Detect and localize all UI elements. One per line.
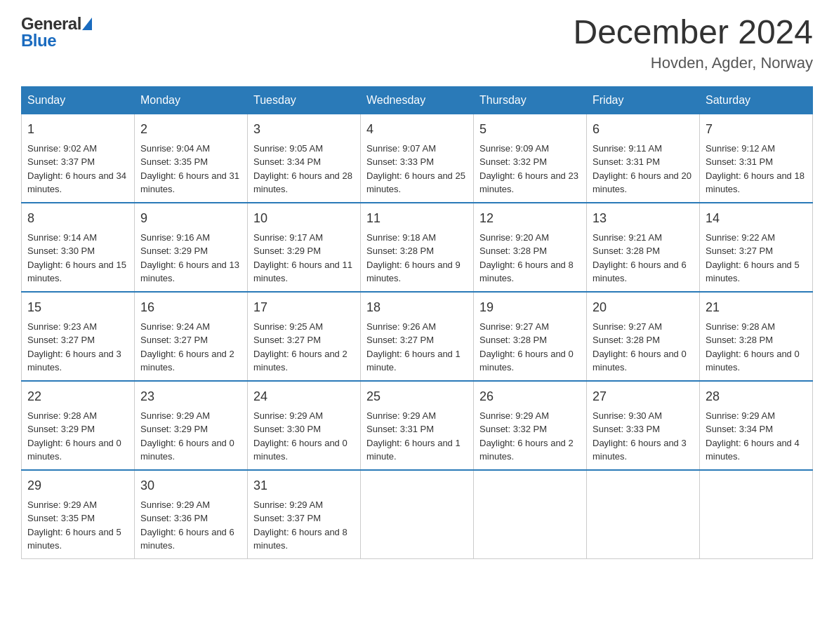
day-number: 15 xyxy=(27,298,128,317)
calendar-cell: 7Sunrise: 9:12 AMSunset: 3:31 PMDaylight… xyxy=(700,114,813,203)
day-number: 9 xyxy=(140,209,241,228)
day-number: 17 xyxy=(253,298,355,317)
column-header-sunday: Sunday xyxy=(22,86,135,114)
column-header-wednesday: Wednesday xyxy=(361,86,474,114)
day-info: Sunrise: 9:30 AMSunset: 3:33 PMDaylight:… xyxy=(593,410,687,462)
calendar-week-row: 1Sunrise: 9:02 AMSunset: 3:37 PMDaylight… xyxy=(22,114,813,203)
day-info: Sunrise: 9:07 AMSunset: 3:33 PMDaylight:… xyxy=(366,143,465,195)
day-info: Sunrise: 9:29 AMSunset: 3:32 PMDaylight:… xyxy=(479,410,574,462)
day-number: 24 xyxy=(253,387,355,406)
calendar-cell xyxy=(587,470,700,559)
column-header-tuesday: Tuesday xyxy=(248,86,361,114)
calendar-week-row: 8Sunrise: 9:14 AMSunset: 3:30 PMDaylight… xyxy=(22,203,813,292)
day-info: Sunrise: 9:29 AMSunset: 3:31 PMDaylight:… xyxy=(366,410,461,462)
day-number: 3 xyxy=(253,120,355,139)
day-info: Sunrise: 9:29 AMSunset: 3:35 PMDaylight:… xyxy=(27,499,121,551)
calendar-cell xyxy=(361,470,474,559)
day-info: Sunrise: 9:21 AMSunset: 3:28 PMDaylight:… xyxy=(593,232,687,284)
calendar-header-row: SundayMondayTuesdayWednesdayThursdayFrid… xyxy=(22,86,813,114)
day-number: 29 xyxy=(27,476,128,495)
calendar-week-row: 22Sunrise: 9:28 AMSunset: 3:29 PMDayligh… xyxy=(22,381,813,470)
calendar-week-row: 29Sunrise: 9:29 AMSunset: 3:35 PMDayligh… xyxy=(22,470,813,559)
day-number: 8 xyxy=(27,209,128,228)
column-header-thursday: Thursday xyxy=(474,86,587,114)
day-number: 31 xyxy=(253,476,355,495)
day-info: Sunrise: 9:02 AMSunset: 3:37 PMDaylight:… xyxy=(27,143,126,195)
title-block: December 2024 Hovden, Agder, Norway xyxy=(573,14,813,72)
day-number: 6 xyxy=(593,120,694,139)
day-number: 26 xyxy=(479,387,581,406)
day-number: 7 xyxy=(706,120,807,139)
day-info: Sunrise: 9:14 AMSunset: 3:30 PMDaylight:… xyxy=(27,232,126,284)
day-info: Sunrise: 9:16 AMSunset: 3:29 PMDaylight:… xyxy=(140,232,239,284)
calendar-cell: 9Sunrise: 9:16 AMSunset: 3:29 PMDaylight… xyxy=(135,203,248,292)
day-info: Sunrise: 9:17 AMSunset: 3:29 PMDaylight:… xyxy=(253,232,352,284)
day-number: 18 xyxy=(366,298,468,317)
calendar-cell: 29Sunrise: 9:29 AMSunset: 3:35 PMDayligh… xyxy=(22,470,135,559)
day-info: Sunrise: 9:05 AMSunset: 3:34 PMDaylight:… xyxy=(253,143,352,195)
calendar-cell: 31Sunrise: 9:29 AMSunset: 3:37 PMDayligh… xyxy=(248,470,361,559)
day-info: Sunrise: 9:18 AMSunset: 3:28 PMDaylight:… xyxy=(366,232,461,284)
logo-blue-text: Blue xyxy=(21,31,56,51)
calendar-cell: 30Sunrise: 9:29 AMSunset: 3:36 PMDayligh… xyxy=(135,470,248,559)
day-info: Sunrise: 9:25 AMSunset: 3:27 PMDaylight:… xyxy=(253,321,348,373)
day-info: Sunrise: 9:04 AMSunset: 3:35 PMDaylight:… xyxy=(140,143,239,195)
calendar-cell: 13Sunrise: 9:21 AMSunset: 3:28 PMDayligh… xyxy=(587,203,700,292)
day-info: Sunrise: 9:28 AMSunset: 3:29 PMDaylight:… xyxy=(27,410,121,462)
calendar-cell: 25Sunrise: 9:29 AMSunset: 3:31 PMDayligh… xyxy=(361,381,474,470)
calendar-cell xyxy=(700,470,813,559)
calendar-cell: 16Sunrise: 9:24 AMSunset: 3:27 PMDayligh… xyxy=(135,292,248,381)
calendar-cell: 19Sunrise: 9:27 AMSunset: 3:28 PMDayligh… xyxy=(474,292,587,381)
day-info: Sunrise: 9:29 AMSunset: 3:34 PMDaylight:… xyxy=(706,410,800,462)
day-number: 12 xyxy=(479,209,581,228)
column-header-friday: Friday xyxy=(587,86,700,114)
logo: General Blue xyxy=(21,14,92,51)
calendar-cell: 23Sunrise: 9:29 AMSunset: 3:29 PMDayligh… xyxy=(135,381,248,470)
day-number: 21 xyxy=(706,298,807,317)
day-number: 22 xyxy=(27,387,128,406)
day-number: 10 xyxy=(253,209,355,228)
calendar-cell xyxy=(474,470,587,559)
day-info: Sunrise: 9:29 AMSunset: 3:29 PMDaylight:… xyxy=(140,410,234,462)
column-header-monday: Monday xyxy=(135,86,248,114)
day-info: Sunrise: 9:09 AMSunset: 3:32 PMDaylight:… xyxy=(479,143,578,195)
day-info: Sunrise: 9:29 AMSunset: 3:36 PMDaylight:… xyxy=(140,499,234,551)
calendar-cell: 4Sunrise: 9:07 AMSunset: 3:33 PMDaylight… xyxy=(361,114,474,203)
page-header: General Blue December 2024 Hovden, Agder… xyxy=(21,14,813,72)
day-number: 19 xyxy=(479,298,581,317)
day-number: 30 xyxy=(140,476,241,495)
calendar-cell: 20Sunrise: 9:27 AMSunset: 3:28 PMDayligh… xyxy=(587,292,700,381)
day-number: 27 xyxy=(593,387,694,406)
calendar-cell: 24Sunrise: 9:29 AMSunset: 3:30 PMDayligh… xyxy=(248,381,361,470)
day-number: 11 xyxy=(366,209,468,228)
column-header-saturday: Saturday xyxy=(700,86,813,114)
calendar-week-row: 15Sunrise: 9:23 AMSunset: 3:27 PMDayligh… xyxy=(22,292,813,381)
calendar-cell: 12Sunrise: 9:20 AMSunset: 3:28 PMDayligh… xyxy=(474,203,587,292)
calendar-cell: 14Sunrise: 9:22 AMSunset: 3:27 PMDayligh… xyxy=(700,203,813,292)
day-number: 25 xyxy=(366,387,468,406)
location-subtitle: Hovden, Agder, Norway xyxy=(573,54,813,72)
logo-triangle-icon xyxy=(82,18,92,30)
day-info: Sunrise: 9:22 AMSunset: 3:27 PMDaylight:… xyxy=(706,232,800,284)
day-number: 1 xyxy=(27,120,128,139)
day-info: Sunrise: 9:26 AMSunset: 3:27 PMDaylight:… xyxy=(366,321,461,373)
day-info: Sunrise: 9:27 AMSunset: 3:28 PMDaylight:… xyxy=(479,321,574,373)
day-info: Sunrise: 9:28 AMSunset: 3:28 PMDaylight:… xyxy=(706,321,800,373)
day-number: 13 xyxy=(593,209,694,228)
calendar-cell: 6Sunrise: 9:11 AMSunset: 3:31 PMDaylight… xyxy=(587,114,700,203)
calendar-cell: 3Sunrise: 9:05 AMSunset: 3:34 PMDaylight… xyxy=(248,114,361,203)
day-number: 28 xyxy=(706,387,807,406)
day-info: Sunrise: 9:11 AMSunset: 3:31 PMDaylight:… xyxy=(593,143,691,195)
calendar-cell: 18Sunrise: 9:26 AMSunset: 3:27 PMDayligh… xyxy=(361,292,474,381)
day-info: Sunrise: 9:24 AMSunset: 3:27 PMDaylight:… xyxy=(140,321,234,373)
calendar-cell: 10Sunrise: 9:17 AMSunset: 3:29 PMDayligh… xyxy=(248,203,361,292)
month-title: December 2024 xyxy=(573,14,813,51)
day-number: 5 xyxy=(479,120,581,139)
day-info: Sunrise: 9:29 AMSunset: 3:37 PMDaylight:… xyxy=(253,499,348,551)
calendar-cell: 15Sunrise: 9:23 AMSunset: 3:27 PMDayligh… xyxy=(22,292,135,381)
day-info: Sunrise: 9:27 AMSunset: 3:28 PMDaylight:… xyxy=(593,321,687,373)
calendar-cell: 5Sunrise: 9:09 AMSunset: 3:32 PMDaylight… xyxy=(474,114,587,203)
day-number: 14 xyxy=(706,209,807,228)
day-info: Sunrise: 9:20 AMSunset: 3:28 PMDaylight:… xyxy=(479,232,574,284)
day-number: 2 xyxy=(140,120,241,139)
